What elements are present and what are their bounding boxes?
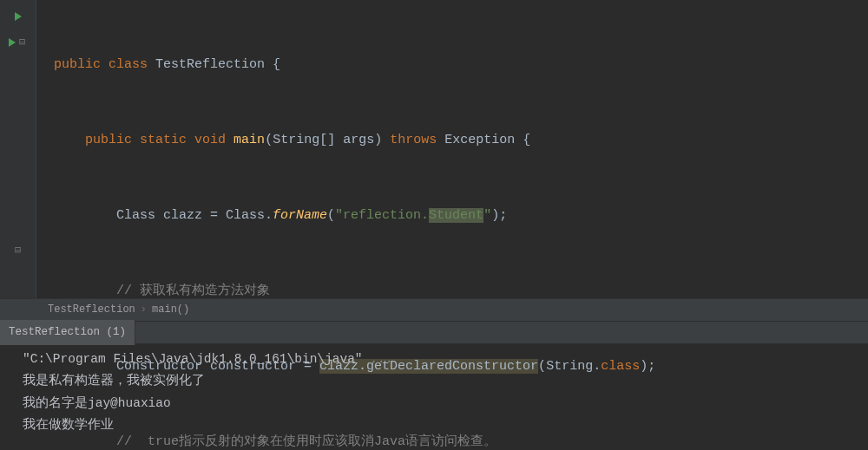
console-line: 我在做数学作业 xyxy=(23,418,114,432)
console-line: "C:\Program Files\Java\jdk1.8.0_161\bin\… xyxy=(23,352,370,366)
code-line: public static void main(String[] args) t… xyxy=(54,128,749,154)
run-icon[interactable] xyxy=(15,12,22,21)
console-line: 我的名字是jay@huaxiao xyxy=(23,396,171,410)
breadcrumb-item[interactable]: main() xyxy=(152,300,189,320)
code-line: Class clazz = Class.forName("reflection.… xyxy=(54,204,749,230)
gutter: ⊟ ⊟ xyxy=(0,0,36,298)
console-line-dim: ... xyxy=(370,352,392,366)
run-tab[interactable]: TestReflection (1) xyxy=(0,320,135,346)
run-icon[interactable] xyxy=(9,38,16,47)
code-editor[interactable]: ⊟ ⊟ public class TestReflection { public… xyxy=(0,0,868,298)
breadcrumb-item[interactable]: TestReflection xyxy=(48,300,135,320)
fold-icon[interactable]: ⊟ xyxy=(17,33,28,53)
code-line: // true指示反射的对象在使用时应该取消Java语言访问检查。 xyxy=(54,430,749,450)
code-content[interactable]: public class TestReflection { public sta… xyxy=(36,0,749,298)
chevron-right-icon: › xyxy=(141,300,147,320)
code-line: public class TestReflection { xyxy=(54,53,749,79)
console-line: 我是私有构造器，我被实例化了 xyxy=(23,374,205,388)
fold-end-icon[interactable]: ⊟ xyxy=(13,241,23,261)
